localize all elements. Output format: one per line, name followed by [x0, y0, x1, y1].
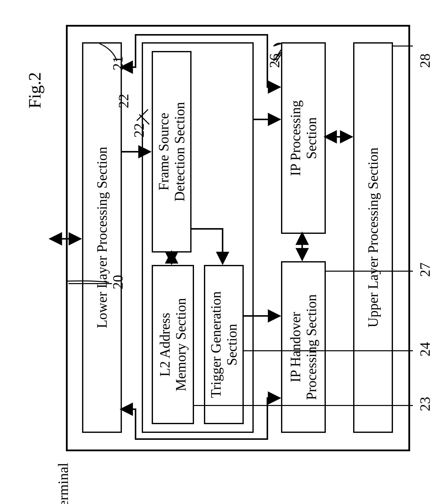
upper-layer-section-label: Upper Layer Processing Section	[365, 148, 381, 327]
mobile-terminal-label: Mobile Terminal	[55, 463, 71, 504]
l2-address-memory-label: L2 Address Memory Section	[157, 298, 189, 391]
upper-layer-section-box: Upper Layer Processing Section	[353, 42, 393, 433]
ip-processing-section-box: IP Processing Section	[281, 42, 326, 234]
frame-source-detection-label: Frame Source Detection Section	[156, 102, 188, 202]
ip-handover-section-label: IP Handover Processing Section	[288, 294, 320, 400]
lower-layer-section-label: Lower Layer Processing Section	[94, 147, 110, 328]
ip-processing-section-label: IP Processing Section	[288, 100, 320, 176]
ref-21: 21	[109, 56, 126, 70]
frame-source-detection-box: Frame Source Detection Section	[152, 51, 192, 252]
trigger-generation-label: Trigger Generation Section	[208, 291, 240, 398]
ref-27: 27	[417, 262, 432, 277]
ref-28: 28	[417, 53, 432, 68]
figure: Fig.2 Upper Layer Processing Section IP …	[10, 10, 422, 494]
l2-address-memory-box: L2 Address Memory Section	[152, 265, 194, 424]
ref-22: 22	[115, 94, 132, 108]
ip-handover-section-box: IP Handover Processing Section	[281, 261, 326, 433]
figure-label: Fig.2	[25, 72, 45, 108]
ref-24: 24	[417, 342, 432, 356]
ref-23: 23	[417, 397, 432, 411]
trigger-generation-box: Trigger Generation Section	[204, 265, 244, 424]
ref-22b: 22	[131, 123, 147, 138]
ref-26: 26	[266, 53, 283, 68]
ref-20: 20	[109, 275, 126, 289]
